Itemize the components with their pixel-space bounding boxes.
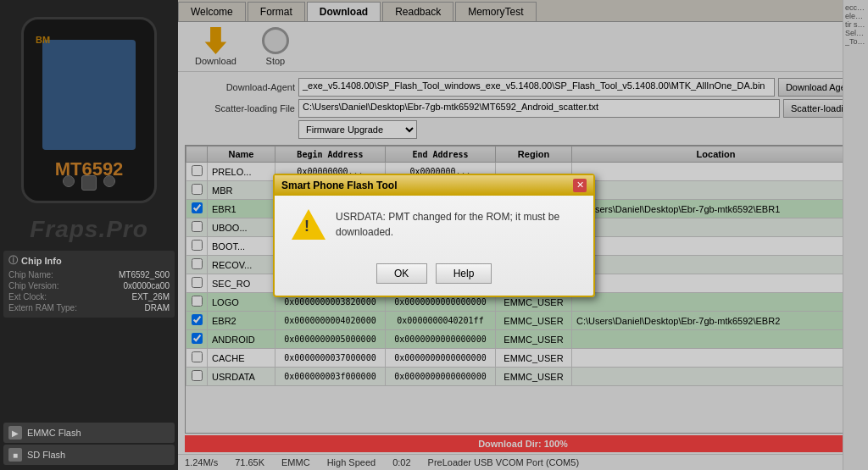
modal-title-bar: Smart Phone Flash Tool ✕	[275, 175, 593, 196]
modal-dialog: Smart Phone Flash Tool ✕ USRDATA: PMT ch…	[273, 174, 595, 297]
modal-buttons: OK Help	[275, 257, 593, 296]
modal-help-button[interactable]: Help	[436, 263, 492, 284]
modal-message: USRDATA: PMT changed for the ROM; it mus…	[336, 209, 576, 240]
modal-close-button[interactable]: ✕	[573, 179, 587, 192]
modal-ok-button[interactable]: OK	[376, 263, 427, 284]
modal-body: USRDATA: PMT changed for the ROM; it mus…	[275, 196, 593, 257]
warning-triangle	[292, 209, 326, 240]
modal-overlay: Smart Phone Flash Tool ✕ USRDATA: PMT ch…	[0, 0, 868, 470]
warning-icon	[292, 209, 326, 243]
modal-title: Smart Phone Flash Tool	[281, 180, 397, 191]
